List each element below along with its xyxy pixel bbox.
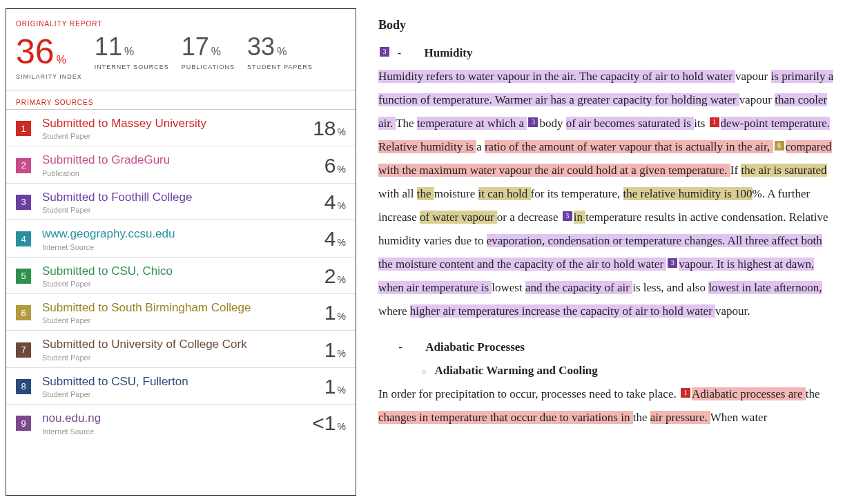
source-title[interactable]: www.geography.ccsu.edu	[42, 227, 324, 241]
source-swatch: 6	[16, 305, 31, 320]
heading-adiabatic-sub-row: ○ Adiabatic Warming and Cooling	[378, 359, 836, 382]
paragraph-adiabatic: In order for precipitation to occur, pro…	[378, 382, 836, 429]
source-percent: <1%	[312, 411, 346, 435]
source-type: Internet Source	[42, 427, 312, 436]
metric-label: INTERNET SOURCES	[95, 64, 169, 70]
source-row[interactable]: 5 Submitted to CSU, Chico Student Paper …	[6, 258, 356, 294]
metric-value: 11	[95, 32, 122, 61]
match-highlight[interactable]: temperature at which a	[417, 117, 527, 130]
metric-unit: %	[124, 46, 134, 57]
metric-value: 33	[247, 32, 275, 61]
source-percent: 1%	[324, 301, 346, 324]
primary-sources-label: PRIMARY SOURCES	[6, 96, 356, 109]
source-row[interactable]: 6 Submitted to South Birmingham College …	[6, 294, 356, 331]
match-chip-icon[interactable]: 3	[528, 117, 538, 127]
source-title[interactable]: Submitted to South Birmingham College	[42, 301, 324, 315]
source-row[interactable]: 7 Submitted to University of College Cor…	[6, 331, 356, 367]
match-chip-icon[interactable]: 1	[710, 117, 719, 127]
metric-student-papers: 33% STUDENT PAPERS	[247, 35, 313, 80]
match-highlight[interactable]: the	[417, 187, 434, 200]
source-type: Student Paper	[42, 390, 324, 398]
source-percent: 6%	[324, 154, 346, 177]
source-swatch: 4	[16, 231, 31, 246]
match-highlight[interactable]: air pressure.	[650, 411, 710, 424]
source-row[interactable]: 4 www.geography.ccsu.edu Internet Source…	[6, 220, 356, 257]
metric-unit: %	[57, 54, 66, 66]
source-row[interactable]: 8 Submitted to CSU, Fullerton Student Pa…	[6, 368, 356, 405]
source-swatch: 5	[16, 269, 31, 284]
source-percent: 2%	[324, 264, 346, 288]
source-type: Student Paper	[42, 280, 324, 288]
paragraph-humidity-1: Humidity refers to water vapour in the a…	[378, 65, 836, 135]
source-row[interactable]: 3 Submitted to Foothill College Student …	[6, 184, 356, 220]
primary-sources-list: 1 Submitted to Massey University Student…	[6, 109, 356, 441]
match-highlight[interactable]: Adiabatic processes are	[692, 387, 806, 400]
source-swatch: 2	[16, 158, 31, 173]
source-title[interactable]: Submitted to Massey University	[42, 117, 313, 130]
source-title[interactable]: Submitted to CSU, Chico	[42, 264, 324, 278]
source-title[interactable]: nou.edu.ng	[42, 411, 312, 425]
match-highlight[interactable]: higher air temperatures increase the cap…	[410, 304, 715, 318]
source-type: Student Paper	[42, 316, 324, 324]
source-percent: 4%	[324, 191, 346, 214]
match-highlight[interactable]: of water vapour	[420, 211, 497, 224]
match-highlight[interactable]: and the capacity of air	[525, 281, 632, 294]
metric-unit: %	[211, 46, 221, 57]
source-type: Publication	[42, 169, 324, 177]
match-chip-icon[interactable]: 3	[380, 47, 389, 57]
match-chip-icon[interactable]: 3	[563, 211, 572, 221]
source-title[interactable]: Submitted to University of College Cork	[42, 338, 324, 351]
metric-label: PUBLICATIONS	[182, 64, 235, 70]
source-type: Internet Source	[42, 243, 324, 251]
source-swatch: 3	[16, 195, 31, 210]
match-highlight[interactable]: dew-point temperature.	[721, 117, 831, 130]
source-swatch: 1	[16, 121, 31, 136]
metrics-row: 36% SIMILARITY INDEX 11% INTERNET SOURCE…	[6, 30, 356, 90]
match-highlight[interactable]: lowest in late afternoon,	[708, 281, 822, 294]
heading-body: Body	[378, 12, 836, 37]
match-highlight[interactable]: Humidity refers to water vapour	[378, 70, 532, 83]
metric-publications: 17% PUBLICATIONS	[182, 35, 235, 80]
heading-adiabatic: Adiabatic Processes	[425, 340, 525, 353]
source-title[interactable]: Submitted to CSU, Fullerton	[42, 375, 324, 389]
heading-humidity: Humidity	[425, 46, 473, 59]
match-chip-icon[interactable]: 3	[668, 258, 677, 268]
source-type: Student Paper	[42, 132, 313, 140]
match-highlight[interactable]: the air is saturated	[741, 164, 826, 177]
match-highlight[interactable]: in the air. The capacity of air to hold …	[532, 70, 735, 83]
match-highlight[interactable]: is	[771, 70, 782, 83]
source-row[interactable]: 9 nou.edu.ng Internet Source <1%	[6, 405, 356, 440]
source-row[interactable]: 2 Submitted to GradeGuru Publication 6%	[6, 146, 356, 183]
originality-report-panel: ORIGINALITY REPORT 36% SIMILARITY INDEX …	[6, 8, 356, 496]
match-highlight[interactable]: of air becomes saturated is	[566, 117, 695, 130]
source-percent: 18%	[313, 117, 346, 140]
metric-similarity-index: 36% SIMILARITY INDEX	[16, 35, 82, 80]
source-type: Student Paper	[42, 206, 324, 214]
match-highlight[interactable]: changes in temperature that occur due to…	[378, 411, 633, 424]
metric-value: 17	[182, 32, 209, 61]
metric-unit: %	[277, 46, 287, 57]
source-swatch: 7	[16, 342, 31, 358]
match-chip-icon[interactable]: 6	[775, 141, 784, 151]
match-highlight[interactable]: it can hold	[478, 187, 531, 200]
source-row[interactable]: 1 Submitted to Massey University Student…	[6, 110, 356, 146]
match-highlight[interactable]: in	[574, 211, 585, 224]
heading-adiabatic-row: - Adiabatic Processes	[378, 336, 836, 359]
match-highlight[interactable]: Relative humidity is	[378, 140, 476, 153]
metric-label: SIMILARITY INDEX	[16, 73, 82, 80]
match-highlight[interactable]: ratio of the amount of water vapour that…	[485, 140, 773, 153]
match-chip-icon[interactable]: 1	[681, 388, 690, 398]
source-title[interactable]: Submitted to Foothill College	[42, 191, 324, 204]
source-type: Student Paper	[42, 353, 324, 362]
heading-adiabatic-sub: Adiabatic Warming and Cooling	[435, 364, 598, 377]
heading-humidity-row: 3 - Humidity	[378, 41, 836, 65]
source-percent: 1%	[324, 338, 346, 362]
match-highlight[interactable]: Warmer air has a greater capacity for ho…	[495, 93, 739, 106]
match-highlight[interactable]: the relative humidity is 100	[623, 187, 753, 200]
source-title[interactable]: Submitted to GradeGuru	[42, 153, 324, 167]
paragraph-humidity-2: Relative humidity is a ratio of the amou…	[378, 135, 836, 323]
source-swatch: 8	[16, 379, 31, 394]
source-swatch: 9	[16, 416, 31, 431]
metric-internet-sources: 11% INTERNET SOURCES	[95, 35, 169, 80]
document-view[interactable]: Body 3 - Humidity Humidity refers to wat…	[376, 8, 848, 496]
